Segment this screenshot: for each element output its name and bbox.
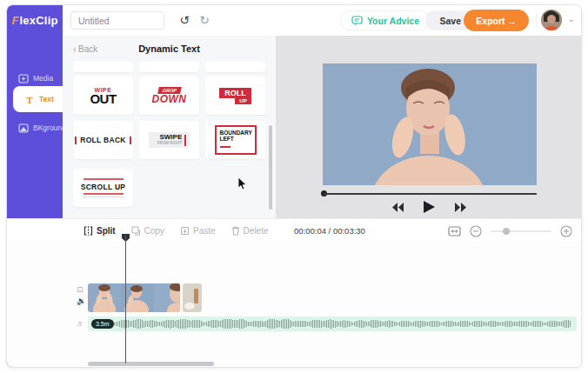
play-button[interactable] <box>424 201 435 213</box>
sidebar-item-label: Text <box>39 95 54 103</box>
fit-to-screen-icon[interactable] <box>448 226 461 236</box>
audio-duration-badge: 3.5m <box>91 319 114 329</box>
split-icon <box>84 226 93 236</box>
template-card-boundary-left[interactable]: BOUNDARY LEFT <box>205 121 265 159</box>
template-text: DOWN <box>152 94 187 105</box>
split-button[interactable]: Split <box>84 226 116 236</box>
red-line <box>84 178 124 180</box>
timeline-toolbar: Split Copy Paste Delete 00:00:04 / 00:03… <box>7 218 581 242</box>
template-text: ROLL BACK <box>80 136 126 144</box>
svg-text:T: T <box>26 95 33 104</box>
preview-area <box>276 36 582 218</box>
audio-waveform <box>88 316 571 331</box>
template-card-partial[interactable] <box>139 62 199 72</box>
logo-text: lexClip <box>20 14 58 27</box>
feedback-bubble-icon <box>351 16 363 26</box>
video-canvas[interactable] <box>323 63 537 185</box>
top-bar: FlexClip ↺ ↻ Your Advice Save Export → ⌄ <box>7 5 581 36</box>
sidebar-item-bkground[interactable]: BKground <box>7 117 63 139</box>
template-card-wipe-out[interactable]: WIPE OUT <box>73 77 133 115</box>
template-card-partial[interactable] <box>73 62 133 72</box>
user-avatar[interactable] <box>541 10 562 30</box>
project-title-input[interactable] <box>70 11 164 30</box>
paste-icon <box>180 226 190 236</box>
video-clip-2[interactable] <box>183 283 202 312</box>
dotted-line <box>84 196 124 197</box>
avatar-image <box>541 10 562 30</box>
split-label: Split <box>97 226 116 236</box>
mute-track-icon[interactable]: 🔉 <box>77 296 86 305</box>
panel-scrollbar[interactable] <box>269 125 272 210</box>
topbar-divider <box>536 13 537 27</box>
template-text: SCROLL UP <box>81 183 126 191</box>
template-card-roll-up[interactable]: ROLL UP <box>205 77 265 115</box>
video-clip-1[interactable] <box>88 283 180 312</box>
paste-button[interactable]: Paste <box>180 226 216 236</box>
sidebar-item-label: BKground <box>33 123 66 132</box>
text-icon: T <box>24 95 35 104</box>
copy-label: Copy <box>144 226 164 236</box>
template-card-partial[interactable] <box>205 62 265 72</box>
audio-clip[interactable] <box>88 316 577 331</box>
background-icon <box>18 123 29 133</box>
playhead-line[interactable] <box>125 236 126 363</box>
template-text: BOUNDARY <box>220 130 252 136</box>
timeline-zoom-slider[interactable] <box>491 230 551 232</box>
red-bar <box>75 137 77 144</box>
template-card-swipe-from-right[interactable]: SWIPE FROM RIGHT <box>139 121 199 159</box>
zoom-in-icon[interactable] <box>560 225 572 237</box>
timecode-display: 00:00:04 / 00:03:30 <box>294 219 365 243</box>
clip-thumbnail <box>88 283 121 312</box>
forward-button[interactable] <box>454 203 466 212</box>
sidebar-item-text[interactable]: T Text <box>13 86 63 112</box>
timeline-horizontal-scrollbar[interactable] <box>88 362 214 366</box>
template-text: LEFT <box>220 136 234 142</box>
paste-label: Paste <box>193 226 216 236</box>
template-text: UP <box>235 97 251 104</box>
template-text: OUT <box>90 93 116 105</box>
undo-button[interactable]: ↺ <box>175 10 194 30</box>
video-frame-woman <box>323 63 537 185</box>
template-text: DROP <box>157 87 182 94</box>
dynamic-text-panel: ‹ Back Dynamic Text WIPE OUT DROP DOWN R… <box>63 36 276 218</box>
clip-thumbnail <box>183 283 202 312</box>
red-underline <box>220 146 231 148</box>
delete-button[interactable]: Delete <box>231 226 269 236</box>
template-card-scroll-up[interactable]: SCROLL UP <box>73 169 133 207</box>
panel-title: Dynamic Text <box>63 43 276 54</box>
red-bar <box>184 135 186 146</box>
trash-icon <box>231 226 240 236</box>
template-text: FROM RIGHT <box>157 141 183 146</box>
zoom-slider-handle[interactable] <box>503 228 510 235</box>
logo-f: F <box>11 14 18 27</box>
red-line <box>84 193 124 195</box>
copy-button[interactable]: Copy <box>131 226 164 236</box>
your-advice-button[interactable]: Your Advice <box>340 10 431 30</box>
rewind-button[interactable] <box>392 203 404 212</box>
your-advice-label: Your Advice <box>367 16 419 26</box>
copy-icon <box>131 226 141 236</box>
account-menu-chevron-icon[interactable]: ⌄ <box>568 14 575 23</box>
clip-thumbnail <box>154 283 180 312</box>
app-window: FlexClip ↺ ↻ Your Advice Save Export → ⌄ <box>6 4 582 368</box>
flexclip-logo[interactable]: FlexClip <box>7 5 63 36</box>
red-bar <box>130 137 131 144</box>
seek-bar[interactable] <box>324 193 537 195</box>
redo-button[interactable]: ↻ <box>195 10 214 30</box>
export-button[interactable]: Export → <box>464 10 529 31</box>
music-track-icon[interactable]: ♬ <box>77 319 84 328</box>
media-icon <box>18 74 29 83</box>
zoom-out-icon[interactable] <box>470 225 482 237</box>
timeline: ⊡ 🔉 ♬ <box>7 242 581 368</box>
template-card-roll-back[interactable]: ROLL BACK <box>73 121 133 159</box>
video-track-icon[interactable]: ⊡ <box>77 285 84 294</box>
sidebar-item-label: Media <box>33 74 53 83</box>
template-card-drop-down[interactable]: DROP DOWN <box>139 77 199 115</box>
template-text: SWIPE <box>157 134 183 141</box>
delete-label: Delete <box>244 226 269 236</box>
